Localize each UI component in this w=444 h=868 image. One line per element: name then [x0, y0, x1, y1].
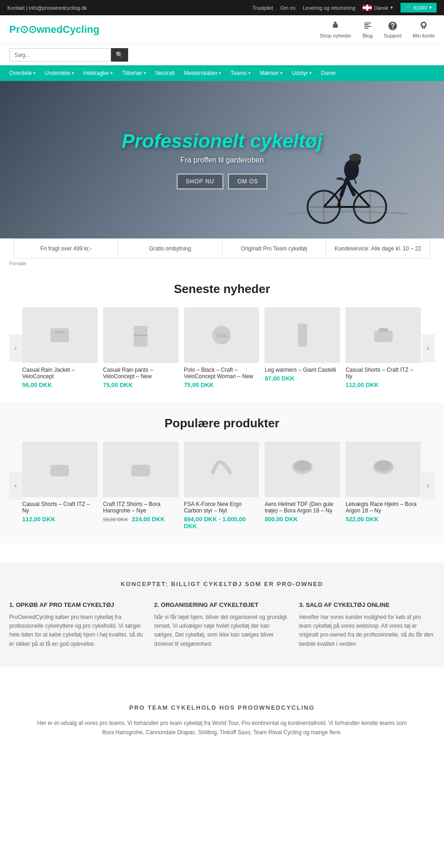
popular-product-1[interactable]: Casual Shorts – Craft ITZ – Ny 112,00 DK…: [22, 442, 98, 530]
svg-rect-30: [374, 331, 393, 342]
carousel-prev-button[interactable]: ‹: [9, 334, 22, 362]
logo[interactable]: Pr⊙⊙wnedCycling: [9, 24, 99, 36]
svg-rect-33: [131, 465, 150, 476]
concept-step-2: 2. ORGANISERING AF CYKELTØJET Når vi får…: [154, 601, 290, 649]
chevron-icon: ▾: [248, 71, 251, 75]
concept-title: KONCEPTET: BILLIGT CYKELTØJ SOM ER PRO-O…: [9, 581, 435, 587]
product-price: 894,00 DKK - 1.005,00 DKK: [184, 516, 259, 530]
latest-product-4[interactable]: Leg warmers – Giant Castelli 97,00 DKK: [265, 307, 340, 388]
product-image: [345, 307, 421, 363]
pro-teams-title: PRO TEAM CYKELHOLD HOS PROOWNEDCYCLING: [9, 704, 435, 711]
product-name: Casual Rain pants – VeloConcept – New: [103, 367, 179, 380]
product-name: Casual Shorts – Craft ITZ – Ny: [345, 367, 421, 380]
popular-product-4[interactable]: Aero Helmet TDF (Den gule trøje) – Bora …: [265, 442, 340, 530]
svg-rect-31: [379, 328, 388, 332]
feature-free-shipping: Fri fragt over 499 kr,-: [14, 239, 118, 258]
product-image: [103, 307, 179, 363]
shop-nyheder-label: Shop nyheder: [320, 33, 352, 38]
about-button[interactable]: OM OS: [228, 174, 267, 189]
nav-overdele[interactable]: Overdele▾: [5, 65, 40, 81]
feature-original: Originalt Pro Team cykeltøj: [222, 239, 327, 258]
hero-content: Professionelt cykeltøj Fra proffen til g…: [122, 130, 322, 189]
chevron-icon: ▾: [309, 71, 312, 75]
nav-teams[interactable]: Teams▾: [226, 65, 255, 81]
latest-products-list: Casual Rain Jacket – VeloConcept 56,00 D…: [22, 307, 422, 388]
carousel-next-button-popular[interactable]: ›: [422, 472, 435, 500]
concept-step-1-text: ProOwnedCycling køber pro team cykeltøj …: [9, 613, 145, 649]
nav-neutralt[interactable]: Neutralt: [151, 65, 179, 81]
nav-mesterskaber[interactable]: Mesterskaber▾: [179, 65, 226, 81]
concept-step-3: 3. SALG AF CYKELTØJ ONLINE Herefter har …: [299, 601, 435, 649]
shop-now-button[interactable]: SHOP NU: [177, 174, 223, 189]
feature-customer-service: Kundeservice: Alle dage kl. 10 – 22: [326, 239, 430, 258]
account-nav[interactable]: Min konto: [413, 21, 435, 38]
product-name: Craft ITZ Shorts – Bora Hansgrohe – Nye: [103, 501, 179, 514]
svg-rect-32: [50, 465, 69, 476]
hero-section: Professionelt cykeltøj Fra proffen til g…: [0, 81, 444, 238]
carousel-prev-button-popular[interactable]: ‹: [9, 472, 22, 500]
product-name: Aero Helmet TDF (Den gule trøje) – Bora …: [265, 501, 340, 514]
svg-text:polo: polo: [217, 332, 228, 339]
latest-product-2[interactable]: Casual Rain pants – VeloConcept – New 75…: [103, 307, 179, 388]
header-icons: Shop nyheder Blog Support Min konto: [320, 21, 435, 38]
carousel-next-button[interactable]: ›: [422, 334, 435, 362]
popular-section: Populære produkter ‹ Casual Shorts – Cra…: [0, 402, 444, 543]
product-image: polo: [184, 307, 259, 363]
feature-exchange: Gratis ombytning: [118, 239, 222, 258]
search-button[interactable]: 🔍: [111, 48, 128, 62]
popular-product-5[interactable]: Letvægts Race Hjelm – Bora Argon 18 – Ny…: [345, 442, 421, 530]
latest-product-5[interactable]: Casual Shorts – Craft ITZ – Ny 112,00 DK…: [345, 307, 421, 388]
breadcrumb: Forside: [0, 259, 444, 268]
contact-label: Kontakt: [7, 5, 25, 11]
concept-section: KONCEPTET: BILLIGT CYKELTØJ SOM ER PRO-O…: [0, 562, 444, 667]
flag-icon: [363, 5, 372, 11]
support-label: Support: [384, 33, 402, 38]
concept-step-2-heading: 2. ORGANISERING AF CYKELTØJET: [154, 601, 290, 608]
product-price: 522,00 DKK: [345, 516, 421, 523]
chevron-icon: ▾: [111, 71, 113, 75]
shop-nyheder-nav[interactable]: Shop nyheder: [320, 21, 352, 38]
latest-product-1[interactable]: Casual Rain Jacket – VeloConcept 56,00 D…: [22, 307, 98, 388]
nav-udstyr[interactable]: Udstyr▾: [287, 65, 316, 81]
delivery-link[interactable]: Levering og returnering: [303, 5, 356, 11]
breadcrumb-home[interactable]: Forside: [9, 261, 26, 266]
nav-heldragter[interactable]: Heldragter▾: [79, 65, 117, 81]
popular-product-2[interactable]: Craft ITZ Shorts – Bora Hansgrohe – Nye …: [103, 442, 179, 530]
chevron-icon: ▾: [72, 71, 74, 75]
top-bar-right: Trustpilot Om os Levering og returnering…: [252, 3, 437, 12]
language-selector[interactable]: Dansk ▾: [363, 5, 393, 11]
svg-rect-25: [134, 326, 148, 347]
email-link[interactable]: info@proownedcycling.dk: [29, 5, 87, 11]
svg-point-35: [294, 460, 311, 471]
cart-button[interactable]: 🛒 KURV ▾: [401, 3, 437, 12]
popular-product-3[interactable]: FSA K-Force New Ergo Carbon styr – Nyt 8…: [184, 442, 259, 530]
blog-label: Blog: [363, 33, 373, 38]
product-image: [22, 442, 98, 497]
search-input[interactable]: [9, 48, 111, 62]
svg-rect-29: [298, 324, 307, 347]
latest-product-3[interactable]: polo Polo – Black – Craft – VeloConcept …: [184, 307, 259, 388]
support-nav[interactable]: Support: [384, 21, 402, 38]
chevron-icon: ▾: [219, 71, 221, 75]
spacer-2: [0, 667, 444, 686]
concept-steps: 1. OPKØB AF PRO TEAM CYKELTØJ ProOwnedCy…: [9, 601, 435, 649]
product-name: Letvægts Race Hjelm – Bora Argon 18 – Ny: [345, 501, 421, 514]
blog-nav[interactable]: Blog: [363, 21, 373, 38]
pro-teams-section: PRO TEAM CYKELHOLD HOS PROOWNEDCYCLING H…: [0, 686, 444, 756]
chevron-icon: ▾: [33, 71, 36, 75]
spacer: [0, 543, 444, 562]
product-image: [345, 442, 421, 497]
product-name: Casual Shorts – Craft ITZ – Ny: [22, 501, 98, 514]
product-name: Casual Rain Jacket – VeloConcept: [22, 367, 98, 380]
product-price: 112,00 DKK: [22, 516, 98, 523]
about-link[interactable]: Om os: [280, 5, 295, 11]
nav-underdele[interactable]: Underdele▾: [40, 65, 79, 81]
latest-section: Seneste nyheder ‹ Casual Rain Jacket – V…: [0, 268, 444, 402]
product-image: [265, 307, 340, 363]
nav-maerker[interactable]: Mærker▾: [255, 65, 287, 81]
chevron-icon: ▾: [280, 71, 283, 75]
nav-dame[interactable]: Dame: [316, 65, 340, 81]
nav-tilbehor[interactable]: Tilbehør▾: [117, 65, 151, 81]
trustpilot-link[interactable]: Trustpilot: [252, 5, 273, 11]
product-image: [103, 442, 179, 497]
